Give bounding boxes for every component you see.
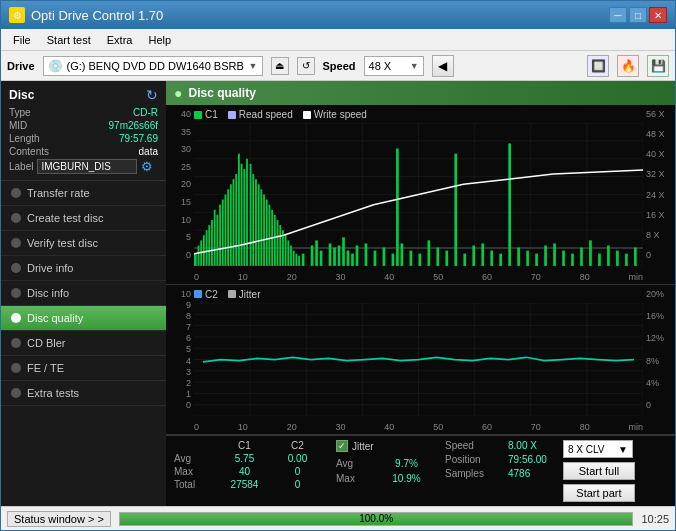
svg-rect-77 [436, 248, 439, 266]
svg-rect-27 [219, 205, 221, 266]
start-part-button[interactable]: Start part [563, 484, 635, 502]
svg-rect-42 [260, 189, 262, 266]
sidebar-item-verify-test-disc[interactable]: Verify test disc [1, 231, 166, 256]
max-c2: 0 [275, 466, 320, 477]
svg-rect-66 [351, 254, 354, 266]
sidebar-item-drive-info[interactable]: Drive info [1, 256, 166, 281]
stats-area: C1 C2 Avg 5.75 0.00 Max 40 0 [166, 435, 675, 506]
sidebar-item-cd-bler[interactable]: CD Bler [1, 331, 166, 356]
svg-rect-81 [472, 245, 475, 265]
app-icon: ⚙ [9, 7, 25, 23]
drive-dropdown[interactable]: 💿 (G:) BENQ DVD DD DW1640 BSRB ▼ [43, 56, 263, 76]
svg-rect-87 [526, 251, 529, 266]
start-full-button[interactable]: Start full [563, 462, 635, 480]
menu-start-test[interactable]: Start test [39, 32, 99, 48]
nav-dot-verify-test-disc [11, 238, 21, 248]
svg-rect-70 [383, 248, 386, 266]
avg-c1: 5.75 [222, 453, 267, 464]
svg-rect-86 [517, 248, 520, 266]
drive-icon: 💿 [48, 59, 63, 73]
menu-extra[interactable]: Extra [99, 32, 141, 48]
svg-rect-34 [238, 154, 240, 266]
minimize-button[interactable]: ─ [609, 7, 627, 23]
svg-rect-29 [225, 194, 227, 265]
disc-label-input[interactable] [37, 159, 137, 174]
speed-val: 8.00 X [508, 440, 537, 451]
svg-rect-68 [365, 243, 368, 265]
disc-refresh-button[interactable]: ↻ [146, 87, 158, 103]
sidebar-item-disc-info[interactable]: Disc info [1, 281, 166, 306]
svg-rect-24 [211, 220, 213, 266]
svg-rect-93 [580, 248, 583, 266]
save-button[interactable]: 💾 [647, 55, 669, 77]
maximize-button[interactable]: □ [629, 7, 647, 23]
nav-label-transfer-rate: Transfer rate [27, 187, 90, 199]
svg-rect-51 [285, 235, 287, 266]
legend-read-speed: Read speed [228, 109, 293, 120]
buttons-section: 8 X CLV ▼ Start full Start part [563, 440, 635, 502]
progress-bar: 100.0% [119, 512, 634, 526]
label-settings-icon[interactable]: ⚙ [141, 159, 153, 174]
legend-write-speed: Write speed [303, 109, 367, 120]
speed-label: Speed [323, 60, 356, 72]
jitter-checkbox[interactable]: ✓ [336, 440, 348, 452]
svg-rect-47 [274, 215, 276, 266]
disc-section-title: Disc [9, 88, 34, 102]
nav-dot-disc-quality [11, 313, 21, 323]
legend-c2-label: C2 [205, 289, 218, 300]
svg-rect-26 [216, 215, 218, 266]
close-button[interactable]: ✕ [649, 7, 667, 23]
jitter-avg-label: Avg [336, 458, 376, 469]
legend-write-dot [303, 111, 311, 119]
svg-rect-30 [227, 189, 229, 266]
nav-dot-transfer-rate [11, 188, 21, 198]
svg-rect-56 [298, 256, 300, 266]
sidebar-item-extra-tests[interactable]: Extra tests [1, 381, 166, 406]
menu-help[interactable]: Help [140, 32, 179, 48]
erase-button[interactable]: 🔲 [587, 55, 609, 77]
window-title: Opti Drive Control 1.70 [31, 8, 163, 23]
menu-file[interactable]: File [5, 32, 39, 48]
legend-read-dot [228, 111, 236, 119]
speed-back-button[interactable]: ◀ [432, 55, 454, 77]
sidebar-item-transfer-rate[interactable]: Transfer rate [1, 181, 166, 206]
nav-label-extra-tests: Extra tests [27, 387, 79, 399]
svg-rect-31 [230, 184, 232, 266]
nav-label-disc-info: Disc info [27, 287, 69, 299]
legend-write-label: Write speed [314, 109, 367, 120]
svg-rect-80 [463, 254, 466, 266]
svg-rect-19 [198, 245, 200, 265]
clv-dropdown[interactable]: 8 X CLV ▼ [563, 440, 633, 458]
disc-label-key: Label [9, 161, 33, 172]
disc-type-label: Type [9, 107, 31, 118]
sidebar-item-create-test-disc[interactable]: Create test disc [1, 206, 166, 231]
drive-label: Drive [7, 60, 35, 72]
samples-key-label: Samples [445, 468, 500, 479]
svg-rect-91 [562, 251, 565, 266]
svg-rect-76 [427, 240, 430, 266]
status-window-button[interactable]: Status window > > [7, 511, 111, 527]
speed-dropdown[interactable]: 48 X ▼ [364, 56, 424, 76]
samples-val: 4786 [508, 468, 530, 479]
clv-arrow: ▼ [618, 444, 628, 455]
chart1-wrapper: C1 Read speed Write speed 40 [166, 105, 675, 285]
refresh-button[interactable]: ↺ [297, 57, 315, 75]
speed-dropdown-arrow: ▼ [410, 61, 419, 71]
svg-rect-53 [290, 245, 292, 265]
sidebar-item-disc-quality[interactable]: Disc quality [1, 306, 166, 331]
svg-rect-36 [243, 169, 245, 266]
jitter-max-label: Max [336, 473, 376, 484]
nav-items: Transfer rate Create test disc Verify te… [1, 181, 166, 506]
svg-rect-48 [277, 220, 279, 266]
svg-rect-97 [616, 251, 619, 266]
legend-jitter: Jitter [228, 289, 261, 300]
sidebar-item-fe-te[interactable]: FE / TE [1, 356, 166, 381]
svg-rect-28 [222, 200, 224, 266]
app-window: ⚙ Opti Drive Control 1.70 ─ □ ✕ File Sta… [0, 0, 676, 531]
svg-rect-23 [208, 225, 210, 266]
svg-rect-73 [401, 243, 404, 265]
svg-rect-40 [255, 179, 257, 266]
burn-button[interactable]: 🔥 [617, 55, 639, 77]
svg-rect-60 [320, 251, 323, 266]
eject-button[interactable]: ⏏ [271, 57, 289, 75]
